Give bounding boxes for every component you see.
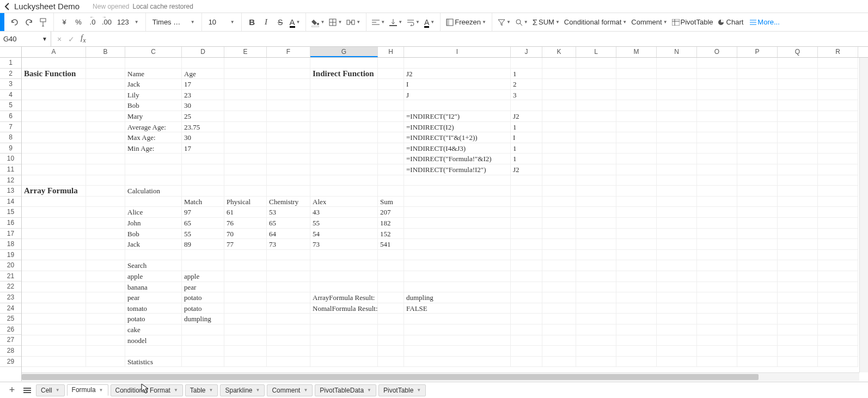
cell-I4-value[interactable]: J <box>404 90 511 101</box>
cell-P29[interactable] <box>737 357 778 368</box>
cell-Q8[interactable] <box>778 132 818 143</box>
col-header-L[interactable]: L <box>576 47 616 57</box>
cell-P25[interactable] <box>737 314 778 324</box>
autosum-button[interactable]: ΣSUM▼ <box>530 15 562 29</box>
cell-N8[interactable] <box>657 132 697 143</box>
row-header-13[interactable]: 13 <box>0 186 21 197</box>
cell-B6[interactable] <box>86 111 125 122</box>
row-header-20[interactable]: 20 <box>0 260 21 271</box>
cell-G16-value[interactable]: 55 <box>310 218 378 229</box>
cell-A2-value[interactable]: Basic Function <box>22 69 86 79</box>
cell-G5[interactable] <box>310 100 378 111</box>
cell-F8[interactable] <box>267 132 310 143</box>
cell-A5[interactable] <box>22 100 86 111</box>
col-header-N[interactable]: N <box>657 47 697 57</box>
cell-Q3[interactable] <box>778 79 818 90</box>
cell-G10[interactable] <box>310 154 378 164</box>
cell-R1[interactable] <box>818 58 858 69</box>
row-header-2[interactable]: 2 <box>0 69 21 79</box>
cell-E10[interactable] <box>224 154 267 164</box>
hscroll-thumb[interactable] <box>22 374 759 380</box>
cell-M24[interactable] <box>616 303 657 314</box>
col-header-J[interactable]: J <box>511 47 542 57</box>
cell-D23-value[interactable]: potato <box>182 292 224 303</box>
cell-E16-value[interactable]: 76 <box>224 218 267 229</box>
cell-K22[interactable] <box>542 282 576 293</box>
cell-N23[interactable] <box>657 292 697 303</box>
cell-P23[interactable] <box>737 292 778 303</box>
row-header-7[interactable]: 7 <box>0 122 21 133</box>
cell-Q23[interactable] <box>778 292 818 303</box>
cell-B11[interactable] <box>86 164 125 175</box>
cell-D6-value[interactable]: 25 <box>182 111 224 122</box>
cell-F19[interactable] <box>267 250 310 261</box>
cell-N29[interactable] <box>657 357 697 368</box>
cell-M14[interactable] <box>616 197 657 207</box>
cell-G20[interactable] <box>310 260 378 271</box>
cell-A21[interactable] <box>22 271 86 282</box>
cell-K3[interactable] <box>542 79 576 90</box>
cell-J2-value[interactable]: 1 <box>511 69 542 79</box>
row-header-8[interactable]: 8 <box>0 132 21 143</box>
cell-C27-value[interactable]: noodel <box>125 335 182 346</box>
text-color-button2[interactable]: A▼ <box>422 15 437 29</box>
cell-B25[interactable] <box>86 314 125 324</box>
cell-N6[interactable] <box>657 111 697 122</box>
cell-P13[interactable] <box>737 186 778 197</box>
cell-E1[interactable] <box>224 58 267 69</box>
cell-D12[interactable] <box>182 175 224 186</box>
cell-E4[interactable] <box>224 90 267 101</box>
row-header-18[interactable]: 18 <box>0 239 21 250</box>
cell-A17[interactable] <box>22 229 86 240</box>
cell-J27[interactable] <box>511 335 542 346</box>
cell-J13[interactable] <box>511 186 542 197</box>
cell-G13[interactable] <box>310 186 378 197</box>
cell-M1[interactable] <box>616 58 657 69</box>
cell-O21[interactable] <box>697 271 737 282</box>
cell-H3[interactable] <box>378 79 404 90</box>
cell-P3[interactable] <box>737 79 778 90</box>
cell-C10[interactable] <box>125 154 182 164</box>
cell-M8[interactable] <box>616 132 657 143</box>
cell-Q12[interactable] <box>778 175 818 186</box>
cell-J8-value[interactable]: I <box>511 132 542 143</box>
cell-H27[interactable] <box>378 335 404 346</box>
cell-J9-value[interactable]: 1 <box>511 143 542 154</box>
cell-H8[interactable] <box>378 132 404 143</box>
cell-L2[interactable] <box>576 69 616 79</box>
cell-H12[interactable] <box>378 175 404 186</box>
cell-N17[interactable] <box>657 229 697 240</box>
cells-viewport[interactable]: Basic FunctionNameAgeIndirect FunctionJ2… <box>22 58 868 370</box>
cell-Q7[interactable] <box>778 122 818 133</box>
row-header-16[interactable]: 16 <box>0 218 21 229</box>
cell-I26[interactable] <box>404 324 511 335</box>
row-header-21[interactable]: 21 <box>0 271 21 282</box>
cell-R9[interactable] <box>818 143 858 154</box>
cell-B22[interactable] <box>86 282 125 293</box>
increase-decimal-button[interactable]: .00→ <box>100 15 114 29</box>
cell-I28[interactable] <box>404 346 511 357</box>
cell-N25[interactable] <box>657 314 697 324</box>
cell-O10[interactable] <box>697 154 737 164</box>
cell-L16[interactable] <box>576 218 616 229</box>
cell-R19[interactable] <box>818 250 858 261</box>
cell-K29[interactable] <box>542 357 576 368</box>
cell-F25[interactable] <box>267 314 310 324</box>
cell-O29[interactable] <box>697 357 737 368</box>
cell-P21[interactable] <box>737 271 778 282</box>
cell-Q2[interactable] <box>778 69 818 79</box>
cell-M5[interactable] <box>616 100 657 111</box>
row-header-1[interactable]: 1 <box>0 58 21 69</box>
cell-G2-value[interactable]: Indirect Function <box>310 69 378 79</box>
cell-K19[interactable] <box>542 250 576 261</box>
cell-K16[interactable] <box>542 218 576 229</box>
cell-R3[interactable] <box>818 79 858 90</box>
row-header-28[interactable]: 28 <box>0 346 21 357</box>
cell-C11[interactable] <box>125 164 182 175</box>
cell-K20[interactable] <box>542 260 576 271</box>
cell-A4[interactable] <box>22 90 86 101</box>
cell-H7[interactable] <box>378 122 404 133</box>
cell-D21-value[interactable]: apple <box>182 271 224 282</box>
cell-E24[interactable] <box>224 303 267 314</box>
cell-L6[interactable] <box>576 111 616 122</box>
